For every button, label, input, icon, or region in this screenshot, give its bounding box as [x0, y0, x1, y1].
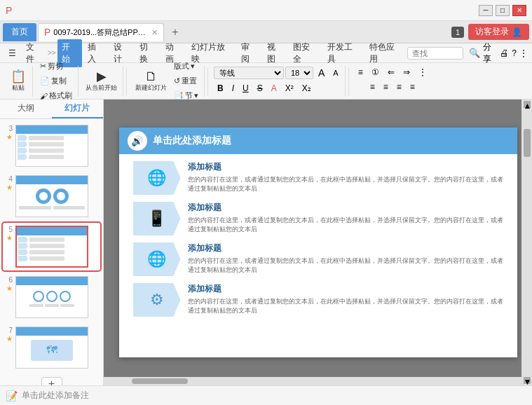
slide-star-4: ★ [6, 184, 13, 191]
help-icon[interactable]: ? [512, 48, 517, 58]
new-slide-label: 新建幻灯片 [135, 83, 167, 92]
slide-item-7[interactable]: 7 ★ 🗺 [3, 324, 100, 371]
tab-home[interactable]: 首页 [3, 23, 36, 41]
speaker-icon: 🔊 [131, 135, 143, 146]
cut-button[interactable]: ✂ 剪切 [37, 60, 75, 73]
new-slide-button[interactable]: 🗋 新建幻灯片 [132, 69, 170, 94]
font-size-increase[interactable]: A [315, 66, 328, 80]
close-button[interactable]: ✕ [512, 5, 526, 16]
content-title-1: 添加标题 [188, 161, 503, 173]
notes-placeholder[interactable]: 单击此处添加备注 [22, 390, 89, 401]
scroll-thumb[interactable] [524, 129, 531, 157]
separator-3 [348, 67, 349, 95]
indent-decrease-button[interactable]: ⇐ [384, 66, 398, 78]
arrow-3: 🌐 [133, 242, 181, 276]
minimize-button[interactable]: ─ [479, 5, 493, 16]
font-color-button[interactable]: A [268, 82, 280, 95]
menu-design[interactable]: 设计 [109, 39, 134, 67]
slide-item-5[interactable]: 5 ★ [3, 223, 100, 270]
align-left-button[interactable]: ≡ [367, 81, 378, 93]
tab-slides[interactable]: 幻灯片 [52, 99, 104, 118]
menu-devtools[interactable]: 开发工具 [323, 39, 364, 67]
slide-number-7: 7 [4, 327, 13, 334]
content-desc-2: 您的内容打在这里，或者通过复制您的文本后，在此框中选择粘贴，并选择只保留文字。您… [188, 216, 503, 233]
para-row-2: ≡ ≡ ≡ ≡ [367, 81, 418, 93]
tab-outline[interactable]: 大纲 [0, 99, 52, 118]
copy-label: 复制 [51, 76, 67, 86]
align-right-button[interactable]: ≡ [393, 81, 405, 93]
add-slide-button[interactable]: + [41, 377, 62, 385]
menu-view[interactable]: 视图 [263, 39, 287, 67]
column-button[interactable]: ⋮ [415, 66, 430, 78]
list-bullet-button[interactable]: ≡ [355, 66, 367, 78]
bold-button[interactable]: B [214, 82, 227, 95]
menu-features[interactable]: 特色应用 [365, 39, 406, 67]
more-icon[interactable]: ⋮ [519, 48, 528, 58]
horizontal-scrollbar[interactable] [104, 377, 521, 385]
sidebar: 大纲 幻灯片 3 ★ [0, 99, 104, 385]
login-label: 访客登录 [475, 26, 509, 38]
menu-transition[interactable]: 切换 [135, 39, 160, 67]
slide-body: 🌐 添加标题 您的内容打在这里，或者通过复制您的文本后，在此框中选择粘贴，并选择… [119, 154, 517, 331]
strikethrough-button[interactable]: S [254, 82, 266, 95]
copy-button[interactable]: 📄 复制 [37, 74, 75, 88]
start-slideshow-button[interactable]: ▶ 从当前开始 [83, 69, 120, 94]
reset-button[interactable]: ↺ 重置 [171, 74, 201, 88]
slide-canvas[interactable]: 🔊 单击此处添加标题 🌐 添加标题 您的内容打在这里，或者通过复制您的文本后，在… [119, 128, 517, 357]
underline-button[interactable]: U [239, 82, 252, 95]
content-icon-4: ⚙ [150, 291, 164, 309]
print-icon[interactable]: 🖨 [500, 48, 509, 58]
menu-insert[interactable]: 插入 [83, 39, 108, 67]
search-icon[interactable]: 🔍 [469, 48, 480, 58]
share-button[interactable]: 分享 [483, 41, 497, 65]
h-scroll-thumb[interactable] [132, 378, 188, 384]
font-size-decrease[interactable]: A [329, 67, 341, 78]
tab-add-button[interactable]: + [165, 23, 185, 41]
scroll-down-button[interactable]: ▼ [524, 377, 531, 384]
menu-review[interactable]: 审阅 [237, 39, 261, 67]
notes-icon: 📝 [6, 390, 18, 401]
paste-button[interactable]: 📋 粘贴 [7, 69, 29, 94]
slide-number-5: 5 [4, 226, 13, 233]
subscript-button[interactable]: X₂ [299, 82, 315, 95]
list-number-button[interactable]: ① [368, 66, 383, 78]
slide-title[interactable]: 单击此处添加标题 [153, 135, 231, 147]
superscript-button[interactable]: X² [282, 82, 297, 95]
search-input[interactable] [407, 47, 463, 60]
new-slide-group: 🗋 新建幻灯片 版式 ▾ ↺ 重置 📑 节 ▾ [130, 66, 205, 97]
slide-star-5: ★ [6, 234, 13, 242]
maximize-button[interactable]: □ [496, 5, 510, 16]
slide-header: 🔊 单击此处添加标题 [119, 128, 517, 154]
font-row-2: B I U S A X² X₂ [214, 82, 315, 95]
font-family-select[interactable]: 等线 [214, 67, 284, 79]
canvas-area: ◀ 🔊 单击此处添加标题 🌐 添加标题 您的内容打在这 [104, 99, 532, 385]
align-justify-button[interactable]: ≡ [407, 81, 418, 93]
layout-chevron: ▾ [191, 62, 195, 71]
slide-list: 3 ★ [0, 119, 103, 385]
tab-doc-title: 0097-2019...答辩总结PPT模板 [53, 27, 146, 38]
slide-item-4[interactable]: 4 ★ [3, 172, 100, 220]
scroll-up-button[interactable]: ▲ [524, 101, 531, 108]
doc-icon: P [44, 27, 50, 38]
separator-2 [207, 67, 208, 95]
window-controls: ─ □ ✕ [479, 5, 526, 16]
slide-thumb-5 [15, 226, 88, 268]
indent-increase-button[interactable]: ⇒ [400, 66, 414, 78]
align-center-button[interactable]: ≡ [380, 81, 392, 93]
paragraph-group: ≡ ① ⇐ ⇒ ⋮ ≡ ≡ ≡ ≡ [352, 66, 433, 97]
font-size-select[interactable]: 18 [285, 67, 313, 79]
slide-item-6[interactable]: 6 ★ [3, 273, 100, 321]
format-brush-icon: 🖌 [40, 92, 48, 100]
tab-document[interactable]: P 0097-2019...答辩总结PPT模板 ✕ [38, 23, 164, 41]
menu-hamburger[interactable]: ☰ [4, 46, 20, 60]
layout-button[interactable]: 版式 ▾ [171, 60, 201, 73]
login-button[interactable]: 访客登录 👤 [468, 24, 529, 40]
content-desc-3: 您的内容打在这里，或者通过复制您的文本后，在此框中选择粘贴，并选择只保留文字。您… [188, 256, 503, 274]
menu-security[interactable]: 图安全 [289, 39, 322, 67]
italic-button[interactable]: I [229, 82, 238, 95]
paste-group: 📋 粘贴 [4, 66, 33, 97]
slide-item-3[interactable]: 3 ★ [3, 122, 100, 170]
tab-close-icon[interactable]: ✕ [151, 28, 158, 37]
vertical-scrollbar[interactable]: ▲ ▼ [521, 99, 532, 385]
content-title-4: 添加标题 [188, 283, 503, 295]
